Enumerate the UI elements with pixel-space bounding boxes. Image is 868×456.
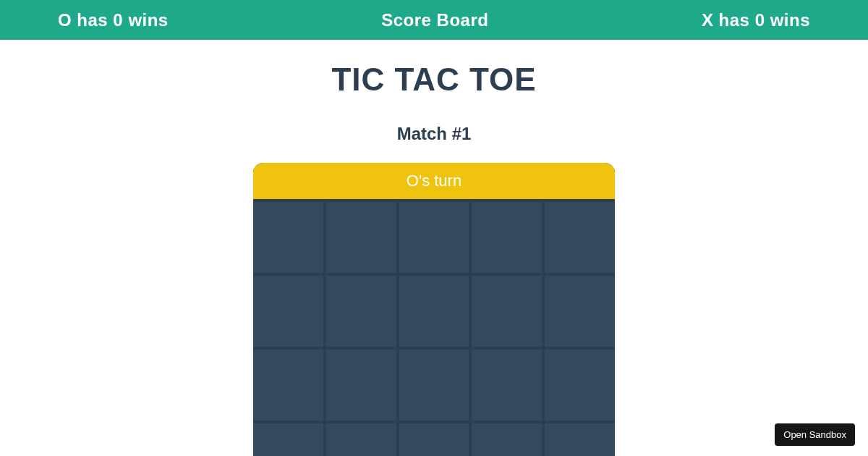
score-x: X has 0 wins	[702, 10, 810, 30]
main-content: TIC TAC TOE Match #1 O's turn	[0, 40, 868, 456]
score-title: Score Board	[381, 10, 488, 30]
cell-3-4[interactable]	[545, 423, 615, 456]
cell-1-2[interactable]	[399, 276, 469, 347]
cell-3-1[interactable]	[326, 423, 396, 456]
cell-3-3[interactable]	[472, 423, 542, 456]
score-bar: O has 0 wins Score Board X has 0 wins	[0, 0, 868, 40]
cell-0-0[interactable]	[253, 202, 323, 273]
board-wrapper: O's turn	[0, 163, 868, 456]
grid	[253, 199, 615, 456]
cell-2-2[interactable]	[399, 350, 469, 421]
match-label: Match #1	[0, 124, 868, 144]
game-board: O's turn	[253, 163, 615, 456]
page-title: TIC TAC TOE	[0, 62, 868, 98]
cell-0-1[interactable]	[326, 202, 396, 273]
cell-3-2[interactable]	[399, 423, 469, 456]
turn-banner: O's turn	[253, 163, 615, 199]
cell-2-0[interactable]	[253, 350, 323, 421]
cell-1-0[interactable]	[253, 276, 323, 347]
score-o: O has 0 wins	[58, 10, 169, 30]
cell-2-3[interactable]	[472, 350, 542, 421]
cell-2-1[interactable]	[326, 350, 396, 421]
cell-0-3[interactable]	[472, 202, 542, 273]
cell-0-2[interactable]	[399, 202, 469, 273]
cell-1-4[interactable]	[545, 276, 615, 347]
cell-3-0[interactable]	[253, 423, 323, 456]
cell-0-4[interactable]	[545, 202, 615, 273]
cell-1-1[interactable]	[326, 276, 396, 347]
cell-2-4[interactable]	[545, 350, 615, 421]
cell-1-3[interactable]	[472, 276, 542, 347]
open-sandbox-button[interactable]: Open Sandbox	[775, 423, 855, 446]
